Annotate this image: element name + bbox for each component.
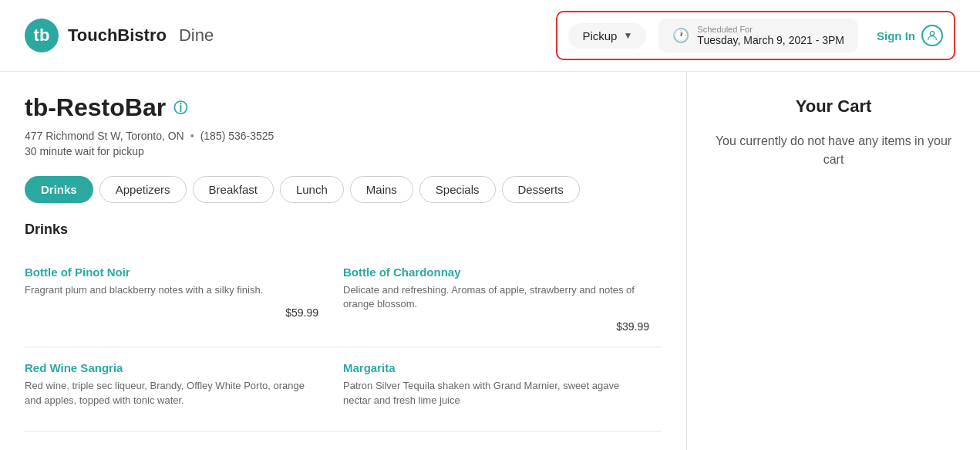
clock-icon: 🕐 bbox=[672, 27, 689, 44]
category-tabs: Drinks Appetizers Breakfast Lunch Mains … bbox=[25, 176, 662, 203]
menu-item-desc: Fragrant plum and blackberry notes with … bbox=[25, 283, 318, 297]
menu-item-name: Bottle of Pinot Noir bbox=[25, 266, 318, 279]
restaurant-address: 477 Richmond St W, Toronto, ON • (185) 5… bbox=[25, 130, 662, 142]
cart-title: Your Cart bbox=[796, 96, 872, 117]
menu-item-chardonnay[interactable]: Bottle of Chardonnay Delicate and refres… bbox=[343, 252, 662, 347]
tab-lunch[interactable]: Lunch bbox=[280, 176, 344, 203]
info-icon[interactable]: ⓘ bbox=[173, 99, 187, 117]
app-header: tb TouchBistro Dine Pickup ▼ 🕐 Scheduled… bbox=[0, 0, 980, 72]
tab-drinks[interactable]: Drinks bbox=[25, 176, 93, 203]
main-layout: tb-RestoBar ⓘ 477 Richmond St W, Toronto… bbox=[0, 72, 980, 450]
chevron-down-icon: ▼ bbox=[623, 30, 632, 41]
cart-empty-text: You currently do not have any items in y… bbox=[712, 132, 955, 169]
signin-label: Sign In bbox=[877, 29, 915, 42]
menu-item-price: $39.99 bbox=[343, 320, 649, 333]
tab-mains[interactable]: Mains bbox=[350, 176, 413, 203]
menu-item-name: Bottle of Chardonnay bbox=[343, 266, 649, 279]
scheduled-value: Tuesday, March 9, 2021 - 3PM bbox=[697, 34, 844, 46]
touchbistro-logo-icon: tb bbox=[25, 19, 59, 52]
user-icon bbox=[921, 25, 943, 46]
tab-specials[interactable]: Specials bbox=[419, 176, 496, 203]
scheduled-text-group: Scheduled For Tuesday, March 9, 2021 - 3… bbox=[697, 25, 844, 46]
cart-area: Your Cart You currently do not have any … bbox=[687, 72, 980, 450]
pickup-label: Pickup bbox=[582, 29, 617, 42]
menu-item-desc: Delicate and refreshing. Aromas of apple… bbox=[343, 283, 649, 311]
signin-button[interactable]: Sign In bbox=[877, 25, 943, 46]
header-actions: Pickup ▼ 🕐 Scheduled For Tuesday, March … bbox=[556, 11, 955, 60]
address-dot: • bbox=[190, 130, 194, 142]
scheduled-label: Scheduled For bbox=[697, 25, 844, 34]
restaurant-wait: 30 minute wait for pickup bbox=[25, 145, 662, 157]
pickup-button[interactable]: Pickup ▼ bbox=[568, 23, 646, 49]
tab-desserts[interactable]: Desserts bbox=[502, 176, 580, 203]
tab-breakfast[interactable]: Breakfast bbox=[193, 176, 274, 203]
menu-item-pinot-noir[interactable]: Bottle of Pinot Noir Fragrant plum and b… bbox=[25, 252, 343, 347]
restaurant-name: tb-RestoBar ⓘ bbox=[25, 93, 662, 122]
menu-item-price: $59.99 bbox=[25, 306, 318, 319]
section-heading: Drinks bbox=[25, 222, 662, 238]
scheduled-box[interactable]: 🕐 Scheduled For Tuesday, March 9, 2021 -… bbox=[658, 19, 858, 52]
menu-area: tb-RestoBar ⓘ 477 Richmond St W, Toronto… bbox=[0, 72, 687, 450]
menu-item-name: Margarita bbox=[343, 361, 649, 374]
menu-grid: Bottle of Pinot Noir Fragrant plum and b… bbox=[25, 252, 662, 431]
svg-point-2 bbox=[930, 32, 934, 36]
logo-area: tb TouchBistro Dine bbox=[25, 19, 214, 52]
logo-text: TouchBistro bbox=[68, 25, 167, 46]
menu-item-desc: Patron Silver Tequila shaken with Grand … bbox=[343, 379, 649, 407]
menu-item-sangria[interactable]: Red Wine Sangria Red wine, triple sec li… bbox=[25, 347, 343, 431]
address-text: 477 Richmond St W, Toronto, ON bbox=[25, 130, 184, 142]
phone-text: (185) 536-3525 bbox=[200, 130, 274, 142]
menu-item-margarita[interactable]: Margarita Patron Silver Tequila shaken w… bbox=[343, 347, 662, 431]
logo-dine-text: Dine bbox=[179, 25, 214, 46]
menu-item-name: Red Wine Sangria bbox=[25, 361, 318, 374]
tab-appetizers[interactable]: Appetizers bbox=[99, 176, 187, 203]
svg-text:tb: tb bbox=[34, 25, 50, 45]
restaurant-name-text: tb-RestoBar bbox=[25, 93, 166, 122]
menu-item-desc: Red wine, triple sec liqueur, Brandy, Of… bbox=[25, 379, 318, 407]
wait-text: 30 minute wait for pickup bbox=[25, 145, 144, 157]
